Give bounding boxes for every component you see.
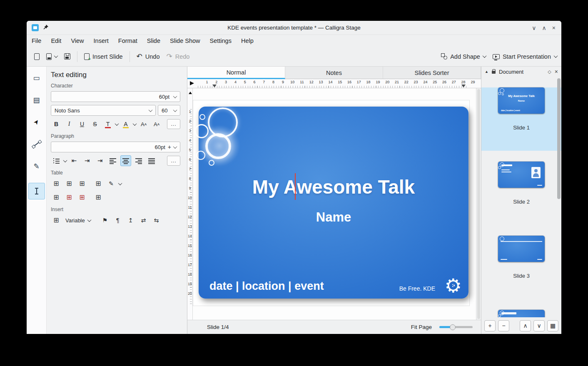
increase-indent-button[interactable]: ⇥ <box>82 155 92 166</box>
vertical-ruler[interactable]: 1234567891011121314151617181920 <box>187 88 193 320</box>
menu-item-file[interactable]: File <box>32 37 41 44</box>
slide-thumbnail[interactable] <box>498 162 545 188</box>
tab-slides-sorter[interactable]: Slides Sorter <box>383 67 481 79</box>
decrease-indent-button[interactable]: ⇤ <box>69 155 80 166</box>
menu-item-help[interactable]: Help <box>241 37 254 44</box>
tool-path[interactable]: ✎ <box>28 161 45 172</box>
horizontal-ruler[interactable]: 1234567891011121314151617181920212223242… <box>187 79 481 88</box>
zoom-mode-label[interactable]: Fit Page <box>411 324 432 330</box>
tool-shapes[interactable]: ▭ <box>28 72 45 83</box>
insert-table-tool-button[interactable]: ⊞ <box>51 215 62 226</box>
character-style-combobox[interactable]: 60pt <box>51 91 180 102</box>
close-docker-icon[interactable]: × <box>555 68 558 75</box>
menu-item-slide-show[interactable]: Slide Show <box>170 37 200 44</box>
chevron-down-icon[interactable] <box>133 122 137 126</box>
slide-thumbnail[interactable] <box>498 236 545 262</box>
toolbar-overflow-icon[interactable] <box>554 54 558 58</box>
slide-thumbnail-item[interactable]: My Awesome TalkNamedate | location | eve… <box>481 87 561 151</box>
split-cells-button[interactable]: ⊞ <box>93 192 104 203</box>
insert-row-above-button[interactable]: ⊞ <box>51 178 62 189</box>
move-slide-up-button[interactable]: ∧ <box>520 320 531 331</box>
view-mode-button[interactable]: ▦ <box>547 320 558 331</box>
scrollbar-thumb[interactable] <box>557 78 561 199</box>
menu-item-slide[interactable]: Slide <box>147 37 160 44</box>
underline-button[interactable]: U <box>77 119 87 129</box>
italic-button[interactable]: I <box>64 119 75 129</box>
add-shape-button[interactable]: Add Shape <box>438 51 489 62</box>
stepper-plus-icon[interactable]: + <box>168 144 171 150</box>
slide-title-text[interactable]: My Awesome Talk <box>199 176 468 198</box>
tool-pages[interactable]: ▤ <box>28 95 45 105</box>
add-slide-button[interactable]: + <box>484 320 496 331</box>
insert-table-button[interactable]: ⊞ <box>93 178 104 189</box>
paragraph-more-options-button[interactable]: ... <box>167 156 180 166</box>
paragraph-spacing-combobox[interactable]: 60pt + <box>51 142 180 152</box>
slide-thumbnail[interactable] <box>498 310 545 317</box>
merge-cells-button[interactable]: ⊞ <box>51 192 62 203</box>
slide-thumbnail-item[interactable]: Slide 3 <box>481 236 561 299</box>
table-pen-button[interactable]: ✎ <box>106 178 117 189</box>
first-line-indent-button[interactable]: ⇥ <box>95 155 105 166</box>
new-document-button[interactable] <box>31 51 43 62</box>
float-docker-icon[interactable]: ◇ <box>548 69 551 75</box>
menu-item-view[interactable]: View <box>71 37 84 44</box>
subscript-button[interactable]: AA <box>151 119 162 129</box>
maximize-icon[interactable]: ∧ <box>542 25 546 31</box>
insert-bookmark-button[interactable]: ⚑ <box>100 215 110 226</box>
strikethrough-button[interactable]: S <box>90 119 100 129</box>
dock-up-icon[interactable]: ▲ <box>485 70 488 74</box>
remove-slide-button[interactable]: − <box>498 320 509 331</box>
chevron-down-icon[interactable] <box>118 181 122 185</box>
lock-icon[interactable] <box>492 71 496 74</box>
minimize-icon[interactable]: ∨ <box>532 25 536 31</box>
scrollbar-thumb[interactable] <box>477 89 480 319</box>
menu-item-insert[interactable]: Insert <box>94 37 109 44</box>
insert-slide-button[interactable]: + Insert Slide <box>81 51 126 62</box>
zoom-slider-handle[interactable] <box>450 324 456 330</box>
start-presentation-button[interactable]: Start Presentation <box>489 51 554 62</box>
align-left-button[interactable] <box>107 155 118 166</box>
align-center-button[interactable] <box>120 155 131 166</box>
menu-item-settings[interactable]: Settings <box>210 37 232 44</box>
tool-select[interactable]: ➤ <box>28 117 45 127</box>
slide-editing-area[interactable]: My Awesome Talk Name date | location | e… <box>199 107 468 299</box>
redo-button[interactable]: ↷ Redo <box>163 50 193 62</box>
menu-item-format[interactable]: Format <box>118 37 137 44</box>
superscript-button[interactable]: AA <box>138 119 149 129</box>
tab-normal[interactable]: Normal <box>187 67 285 79</box>
slide-canvas[interactable]: 1234567891011121314151617181920 My Aweso… <box>187 88 481 320</box>
save-button[interactable] <box>61 51 74 62</box>
docker-header[interactable]: ▲ Document ◇ × <box>481 67 561 77</box>
close-icon[interactable]: × <box>552 25 556 31</box>
canvas-vertical-scrollbar[interactable] <box>476 88 481 320</box>
character-more-options-button[interactable]: ... <box>167 119 180 129</box>
zoom-slider[interactable] <box>439 326 473 328</box>
text-color-button[interactable]: T <box>102 119 113 129</box>
indent-marker[interactable] <box>212 85 217 87</box>
open-document-button[interactable] <box>43 51 61 62</box>
special-character-button[interactable]: ⇆ <box>151 215 162 226</box>
slide-thumbnail-item[interactable]: Slide 4 <box>481 310 561 317</box>
chevron-down-icon[interactable] <box>115 122 119 126</box>
align-right-button[interactable] <box>133 155 144 166</box>
align-justify-button[interactable] <box>146 155 157 166</box>
insert-row-below-button[interactable]: ⊞ <box>64 178 75 189</box>
slide-thumbnail-item[interactable]: Slide 2 <box>481 162 561 225</box>
insert-text-frame-button[interactable]: ↥ <box>125 215 136 226</box>
tool-text[interactable] <box>28 183 45 199</box>
font-family-combobox[interactable]: Noto Sans <box>51 105 156 116</box>
insert-variable-button[interactable]: Variable <box>64 217 92 224</box>
change-direction-button[interactable]: ⇄ <box>138 215 149 226</box>
slide-subtitle-text[interactable]: Name <box>199 210 468 225</box>
slide-thumbnail[interactable]: My Awesome TalkNamedate | location | eve… <box>498 87 545 114</box>
tool-connector[interactable] <box>28 139 45 149</box>
undo-button[interactable]: ↶ Undo <box>133 50 163 62</box>
chevron-down-icon[interactable] <box>63 158 67 162</box>
docker-vertical-scrollbar[interactable] <box>556 77 561 317</box>
menu-item-edit[interactable]: Edit <box>51 37 61 44</box>
tab-notes[interactable]: Notes <box>285 67 383 79</box>
highlight-color-button[interactable]: A <box>120 119 131 129</box>
delete-column-button[interactable]: ⊞ <box>77 192 87 203</box>
delete-row-button[interactable]: ⊞ <box>64 192 75 203</box>
list-style-button[interactable] <box>51 155 62 166</box>
